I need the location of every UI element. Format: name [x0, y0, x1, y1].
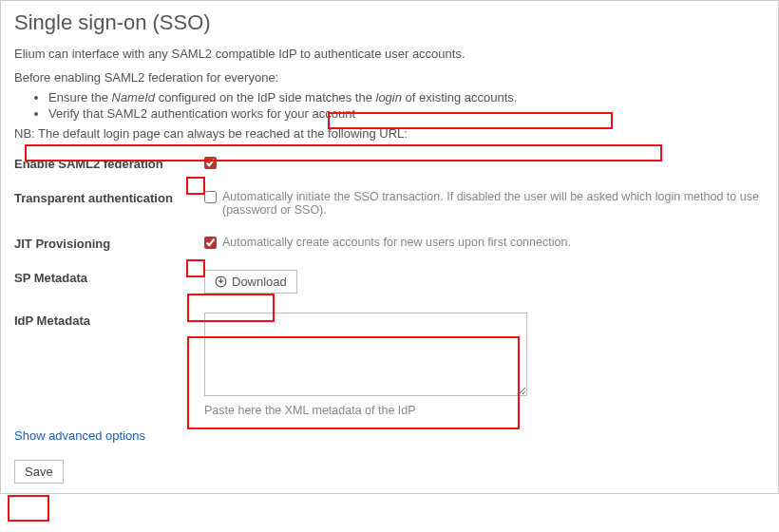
- download-icon: [215, 276, 227, 288]
- download-button[interactable]: Download: [204, 270, 297, 294]
- idp-metadata-textarea[interactable]: [204, 313, 527, 396]
- nb-line: NB: The default login page can always be…: [14, 126, 765, 141]
- label-sp-metadata: SP Metadata: [14, 270, 204, 285]
- text: configured on the IdP side matches the: [155, 90, 375, 104]
- label-jit-provisioning: JIT Provisioning: [14, 236, 204, 251]
- intro-text: Elium can interface with any SAML2 compa…: [14, 47, 765, 61]
- page-title: Single sign-on (SSO): [14, 10, 765, 35]
- enable-saml-checkbox[interactable]: [204, 157, 217, 169]
- row-idp-metadata: IdP Metadata Paste here the XML metadata…: [14, 313, 765, 417]
- transparent-auth-checkbox[interactable]: [204, 191, 217, 203]
- label-enable-saml: Enable SAML2 federation: [14, 156, 204, 171]
- label-transparent-auth: Transparent authentication: [14, 190, 204, 205]
- jit-provisioning-checkbox[interactable]: [204, 237, 217, 249]
- before-text: Before enabling SAML2 federation for eve…: [14, 70, 765, 85]
- row-enable-saml: Enable SAML2 federation: [14, 156, 765, 171]
- jit-provisioning-desc: Automatically create accounts for new us…: [222, 236, 571, 249]
- row-sp-metadata: SP Metadata Download: [14, 270, 765, 294]
- idp-metadata-hint: Paste here the XML metadata of the IdP: [204, 404, 416, 417]
- label-idp-metadata: IdP Metadata: [14, 313, 204, 328]
- nameid-em: NameId: [112, 90, 156, 104]
- row-transparent-auth: Transparent authentication Automatically…: [14, 190, 765, 217]
- login-em: login: [376, 90, 402, 104]
- text: Ensure the: [48, 90, 112, 104]
- save-button[interactable]: Save: [14, 460, 64, 484]
- nb-prefix: NB:: [14, 126, 38, 141]
- prerequisite-list: Ensure the NameId configured on the IdP …: [48, 90, 765, 121]
- transparent-auth-desc: Automatically initiate the SSO transacti…: [222, 190, 765, 217]
- text: of existing accounts.: [402, 90, 517, 104]
- show-advanced-link[interactable]: Show advanced options: [14, 428, 145, 443]
- list-item: Verify that SAML2 authentication works f…: [48, 106, 765, 121]
- row-jit-provisioning: JIT Provisioning Automatically create ac…: [14, 236, 765, 251]
- download-button-label: Download: [232, 275, 287, 289]
- list-item: Ensure the NameId configured on the IdP …: [48, 90, 765, 104]
- nb-text: The default login page can always be rea…: [38, 126, 408, 141]
